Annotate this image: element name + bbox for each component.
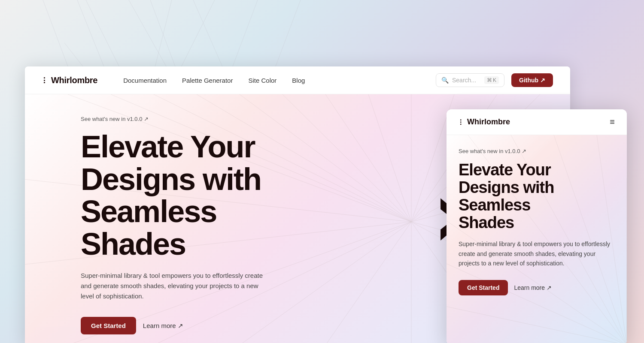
nav-link-documentation[interactable]: Documentation — [123, 77, 167, 84]
svg-line-29 — [240, 222, 411, 343]
nav-link-blog[interactable]: Blog — [292, 77, 305, 84]
mobile-hero-description: Super-minimal library & tool empowers yo… — [459, 239, 615, 268]
mobile-logo-text: Whirlombre — [467, 117, 510, 126]
search-cmd-key: ⌘ — [487, 77, 492, 83]
mobile-hero-title: Elevate Your Designs with Seamless Shade… — [459, 161, 615, 232]
desktop-navbar: ⫶ Whirlombre Documentation Palette Gener… — [25, 66, 570, 94]
desktop-hero-title: Elevate Your Designs with Seamless Shade… — [81, 131, 265, 260]
desktop-nav-links: Documentation Palette Generator Site Col… — [123, 77, 436, 84]
mobile-get-started-button[interactable]: Get Started — [459, 280, 508, 295]
hamburger-icon[interactable]: ≡ — [610, 117, 615, 127]
mobile-learn-more-button[interactable]: Learn more ↗ — [514, 284, 551, 291]
svg-line-46 — [447, 264, 627, 343]
desktop-search-box[interactable]: 🔍 Search... ⌘ K — [436, 73, 504, 87]
desktop-hero-buttons: Get Started Learn more ↗ — [81, 317, 265, 334]
desktop-hero-content: See what's new in v1.0.0 ↗ Elevate Your … — [25, 94, 265, 334]
search-shortcut: ⌘ K — [484, 76, 499, 84]
mobile-hero: See what's new in v1.0.0 ↗ Elevate Your … — [447, 135, 627, 343]
nav-link-site-color[interactable]: Site Color — [248, 77, 276, 84]
svg-line-28 — [325, 222, 411, 343]
desktop-get-started-button[interactable]: Get Started — [81, 317, 136, 334]
nav-link-palette-generator[interactable]: Palette Generator — [182, 77, 233, 84]
svg-line-45 — [447, 307, 627, 343]
mobile-window: ⫶ Whirlombre ≡ See what' — [447, 109, 627, 343]
desktop-version-badge[interactable]: See what's new in v1.0.0 ↗ — [81, 116, 265, 122]
desktop-hero-description: Super-minimal library & tool empowers yo… — [81, 271, 265, 301]
mobile-logo-area[interactable]: ⫶ Whirlombre — [459, 117, 610, 127]
github-button[interactable]: Github ↗ — [511, 73, 553, 87]
svg-line-16 — [325, 94, 411, 222]
mobile-logo-icon: ⫶ — [459, 117, 463, 127]
desktop-logo-area[interactable]: ⫶ Whirlombre — [42, 75, 97, 86]
mobile-hero-buttons: Get Started Learn more ↗ — [459, 280, 615, 295]
desktop-logo-text: Whirlombre — [51, 75, 97, 85]
desktop-learn-more-button[interactable]: Learn more ↗ — [143, 322, 183, 330]
svg-line-17 — [368, 94, 411, 222]
search-icon: 🔍 — [441, 77, 449, 84]
mobile-navbar: ⫶ Whirlombre ≡ — [447, 109, 627, 135]
search-k-key: K — [493, 77, 496, 83]
svg-line-15 — [283, 94, 411, 222]
search-placeholder-text: Search... — [452, 77, 481, 84]
whirlombre-logo-icon: ⫶ — [42, 75, 47, 86]
svg-line-14 — [240, 94, 411, 222]
mobile-version-badge[interactable]: See what's new in v1.0.0 ↗ — [459, 148, 615, 154]
